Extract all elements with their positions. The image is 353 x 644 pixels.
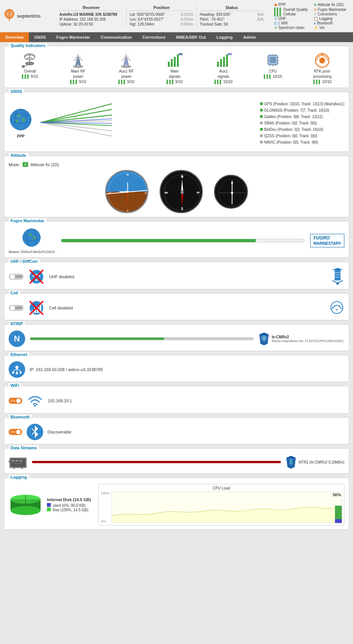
svg-point-74 bbox=[181, 191, 184, 194]
main-signals-label: Main bbox=[170, 69, 179, 73]
ethernet-content: IP: 192.168.50.208 / asterx-u3-3238789 bbox=[9, 358, 344, 378]
aux1-rf-label: Aux1 RF bbox=[119, 69, 134, 73]
bluetooth-title: Bluetooth bbox=[9, 415, 32, 419]
legend-corrections: ✓ Corrections bbox=[314, 12, 349, 16]
attitude-section: Attitude Mode: 4 Attitude fix (2D) bbox=[4, 156, 349, 217]
svg-rect-21 bbox=[226, 55, 228, 67]
used-color bbox=[47, 503, 51, 507]
svg-line-46 bbox=[41, 104, 112, 123]
svg-marker-40 bbox=[321, 52, 323, 54]
hgt-accuracy: 0.034m bbox=[181, 22, 193, 26]
nav-logging[interactable]: Logging bbox=[211, 32, 238, 42]
position-hgt: Hgt: 128.594m 0.034m bbox=[130, 22, 193, 27]
svg-text:N: N bbox=[127, 173, 129, 176]
attitude-icon: ⊕ bbox=[314, 3, 317, 7]
legend-wifi: ((·)) Wifi bbox=[274, 21, 310, 25]
nav-admin[interactable]: Admin bbox=[238, 32, 261, 42]
ds-device-icon bbox=[9, 455, 27, 470]
bt-hdr-icon: ʙ bbox=[314, 21, 316, 25]
ethernet-ip-info: IP: 192.168.50.208 / asterx-u3-3238789 bbox=[30, 367, 103, 372]
gnss-section: GNSS PPP bbox=[4, 92, 349, 152]
svg-text:S: S bbox=[127, 209, 128, 212]
quality-grid: Overall ▌▌▌ 9/10 Main bbox=[9, 49, 344, 84]
svg-rect-18 bbox=[217, 62, 219, 67]
nav-corrections[interactable]: Corrections bbox=[137, 32, 171, 42]
artificial-horizon: N E S W bbox=[105, 170, 148, 213]
fugro-title: Fugro Marinestar bbox=[9, 218, 46, 223]
nav-communication[interactable]: Communication bbox=[95, 32, 137, 42]
wifi-toggle[interactable]: ON bbox=[9, 398, 22, 404]
svg-rect-11 bbox=[168, 62, 170, 67]
toggle-circle bbox=[10, 274, 15, 279]
attitude-content: Mode: 4 Attitude fix (2D) N E bbox=[9, 159, 344, 213]
gnss-galileo: Galileo (Position: 8|8, Track: 12|12) bbox=[260, 114, 344, 120]
nav-fugro[interactable]: Fugro Marinestar bbox=[51, 32, 95, 42]
svg-text:W: W bbox=[109, 191, 112, 195]
data-streams-section: Data Streams bbox=[4, 448, 349, 474]
quality-aux1-signals: Aux1 signals ▌▌▌ 10/10 bbox=[214, 52, 232, 84]
gnss-navic: NAVIC (Position: 0|0, Track: 4|0) bbox=[260, 139, 344, 145]
main-signals-label2: signals bbox=[169, 74, 180, 79]
aux1-signals-label: Aux1 bbox=[219, 69, 228, 73]
bt-toggle[interactable]: ON bbox=[9, 429, 22, 435]
legend-bt-label: Bluetooth bbox=[317, 21, 333, 25]
main-rf-label: Main RF bbox=[71, 69, 85, 73]
ntrip-tower-icon: In:CMRv2 flepos.vlaanderen.be: FLEPOSVRS… bbox=[258, 332, 344, 346]
svg-rect-25 bbox=[270, 57, 276, 63]
cell-content: OFF Cell disabled bbox=[9, 297, 344, 316]
svg-text:E: E bbox=[197, 191, 199, 195]
header-legend: ◆ PPP ⊕ Attitude fix (2D) ▌▌▌ Overall Qu… bbox=[274, 2, 349, 30]
cell-toggle[interactable]: OFF bbox=[9, 305, 24, 311]
receiver-uptime: Uptime: 3d 20:43:50 bbox=[59, 22, 93, 26]
svg-marker-135 bbox=[287, 456, 296, 458]
wifi-section: WiFi ON 192.168.20.1 bbox=[4, 386, 349, 414]
ntrip-letter: N bbox=[14, 334, 20, 344]
glonass-info: GLONASS (Position: 7|7, Track: 10|10) bbox=[264, 107, 329, 114]
tracked-label: Tracked Sats: 58 bbox=[200, 22, 228, 26]
aux1-signals-bars-icon: ▌▌▌ bbox=[214, 80, 222, 84]
svg-point-138 bbox=[11, 506, 41, 515]
ethernet-title: Ethernet bbox=[9, 352, 29, 357]
free-color bbox=[47, 508, 51, 511]
legend-wifi-label: Wifi bbox=[281, 21, 288, 25]
uhf-toggle[interactable]: OFF bbox=[9, 274, 24, 280]
main-rf-score: ▌▌▌ 9/10 bbox=[70, 80, 86, 84]
cpu-score-value: 10/10 bbox=[273, 74, 282, 79]
legend-uhf: ⊙ UHF bbox=[274, 17, 310, 21]
fugro-icon: ⊛ bbox=[314, 8, 317, 12]
svg-rect-107 bbox=[262, 335, 266, 341]
cpu-bar-green bbox=[335, 506, 342, 520]
legend-fugro: ⊛ Fugro Marinestar bbox=[314, 8, 349, 12]
lat-label: Lat: N50°50'55.0506" bbox=[130, 12, 165, 17]
nav-nmea[interactable]: NMEA/SBF Out bbox=[171, 32, 211, 42]
uhf-section: UHF / DiffCorr OFF UHF disabled bbox=[4, 262, 349, 289]
svg-rect-20 bbox=[223, 57, 225, 67]
cpu-icon bbox=[264, 52, 281, 68]
disk-info: Internal Disk (14.5 GB) used (0%, 96.0 K… bbox=[47, 497, 91, 512]
ntrip-connection-label: In:CMRv2 bbox=[272, 335, 344, 339]
legend-cellular-label: Cellular bbox=[283, 12, 296, 16]
cpu-load-title: CPU Load bbox=[101, 486, 342, 490]
nav-overview[interactable]: Overview bbox=[0, 32, 29, 42]
svg-marker-108 bbox=[259, 333, 269, 335]
lat-accuracy: 0.015m bbox=[181, 12, 193, 17]
svg-rect-93 bbox=[336, 282, 339, 285]
svg-point-114 bbox=[16, 372, 18, 374]
gnss-glonass: GLONASS (Position: 7|7, Track: 10|10) bbox=[260, 107, 344, 114]
ntrip-signal-bar bbox=[30, 337, 254, 340]
navic-info: NAVIC (Position: 0|0, Track: 4|0) bbox=[264, 139, 318, 145]
status-tracked: Tracked Sats: 58 bbox=[200, 22, 264, 27]
cpu-label: CPU bbox=[269, 69, 277, 73]
heading-value: N/A bbox=[257, 12, 264, 17]
pitch-value: N/A bbox=[257, 17, 264, 21]
main-rf-label2: power bbox=[73, 74, 83, 79]
fugro-content: Beams: EMSAT,WASAT,IOSAT FUGRO MARINESTA… bbox=[9, 224, 344, 254]
cellular-icon: ▌▌▌ bbox=[274, 12, 282, 16]
nav-gnss[interactable]: GNSS bbox=[29, 32, 51, 42]
logo-text: septentrio bbox=[17, 13, 41, 19]
gnss-sbas: SBAS (Position: 0|0, Track: 0|0) bbox=[260, 120, 344, 126]
free-label: free (100%, 14.5 GB) bbox=[53, 508, 89, 512]
position-section: Position Lat: N50°50'55.0506" 0.015m Lon… bbox=[127, 5, 197, 27]
legend-cellular: ▌▌▌ Cellular bbox=[274, 12, 310, 16]
navigation: Overview GNSS Fugro Marinestar Communica… bbox=[0, 32, 353, 42]
